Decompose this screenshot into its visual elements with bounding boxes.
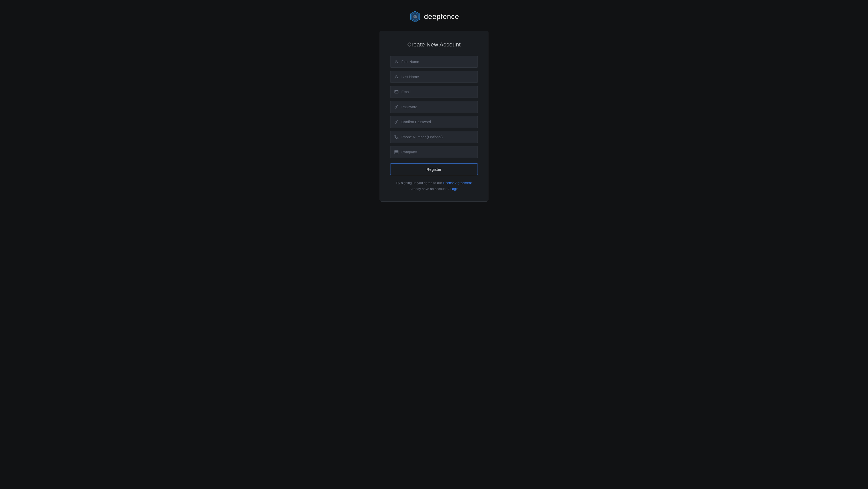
last-name-input[interactable] bbox=[401, 75, 474, 79]
confirm-password-input-wrapper bbox=[390, 116, 478, 128]
svg-point-3 bbox=[396, 60, 397, 62]
password-input-wrapper bbox=[390, 101, 478, 113]
phone-input-wrapper bbox=[390, 131, 478, 143]
first-name-input[interactable] bbox=[401, 60, 474, 64]
phone-input[interactable] bbox=[401, 135, 474, 139]
first-name-group bbox=[390, 56, 478, 68]
company-input-wrapper bbox=[390, 146, 478, 158]
register-button[interactable]: Register bbox=[390, 163, 478, 175]
registration-card: Create New Account bbox=[379, 31, 489, 202]
logo-container: G deepfence bbox=[409, 10, 459, 23]
svg-line-13 bbox=[397, 121, 398, 121]
svg-rect-14 bbox=[395, 150, 398, 154]
license-agreement-link[interactable]: License Agreement bbox=[443, 181, 472, 185]
login-prompt-text: Already have an account ? bbox=[409, 187, 450, 191]
first-name-input-wrapper bbox=[390, 56, 478, 68]
footer-text: By signing up you agree to our License A… bbox=[390, 180, 478, 192]
building-icon bbox=[394, 150, 399, 154]
phone-icon bbox=[394, 135, 399, 139]
email-group bbox=[390, 86, 478, 98]
email-input[interactable] bbox=[401, 90, 474, 94]
password-input[interactable] bbox=[401, 105, 474, 109]
phone-group bbox=[390, 131, 478, 143]
svg-line-12 bbox=[398, 121, 398, 121]
deepfence-logo-icon: G bbox=[409, 10, 421, 23]
login-link[interactable]: Login bbox=[450, 187, 459, 191]
registration-form: Register bbox=[390, 56, 478, 175]
svg-line-9 bbox=[397, 106, 398, 107]
last-name-input-wrapper bbox=[390, 71, 478, 83]
password-group bbox=[390, 101, 478, 113]
logo-text: deepfence bbox=[424, 12, 459, 21]
confirm-password-input[interactable] bbox=[401, 120, 474, 124]
key-icon-password bbox=[394, 105, 399, 109]
confirm-password-group bbox=[390, 116, 478, 128]
key-icon-confirm bbox=[394, 120, 399, 124]
company-input[interactable] bbox=[401, 150, 474, 154]
email-input-wrapper bbox=[390, 86, 478, 98]
svg-line-8 bbox=[398, 106, 398, 106]
company-group bbox=[390, 146, 478, 158]
svg-point-4 bbox=[396, 75, 397, 77]
form-title: Create New Account bbox=[390, 41, 478, 48]
last-name-group bbox=[390, 71, 478, 83]
mail-icon bbox=[394, 90, 399, 94]
svg-text:G: G bbox=[413, 15, 416, 19]
license-text: By signing up you agree to our bbox=[396, 181, 443, 185]
user-icon-last bbox=[394, 75, 399, 79]
user-icon-first bbox=[394, 59, 399, 64]
